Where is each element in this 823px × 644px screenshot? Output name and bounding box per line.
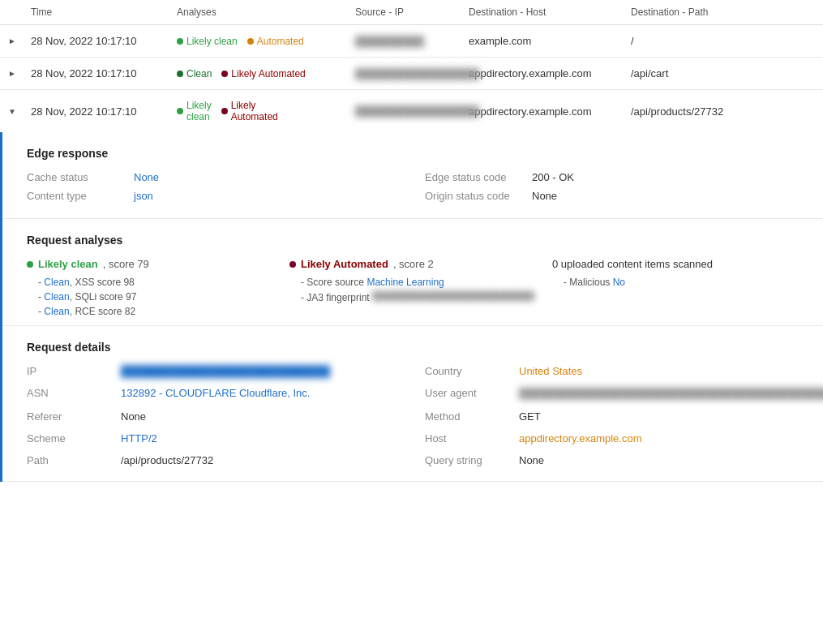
ip-cell-row2: ██████████████████ [349,68,462,79]
ip-cell-row1: ██████████ [349,36,462,47]
edge-status-code-value: 200 - OK [532,171,574,183]
analysis-col-1: Likely clean , score 79 - Clean, XSS sco… [27,258,281,317]
country-row: Country United States [425,365,807,377]
main-table: Time Analyses Source - IP Destination - … [0,0,823,482]
ip-label: IP [27,365,108,377]
dot-automated-row1 [247,38,254,45]
ja3-row: - JA3 fingerprint ██████████████████████… [289,291,544,303]
likely-clean-score: , score 79 [103,258,149,270]
badge-automated-row1: Automated [247,36,304,47]
expand-button-row2[interactable]: ► [0,69,24,78]
analysis-col-2: Likely Automated , score 2 - Score sourc… [289,258,544,317]
origin-status-code-row: Origin status code None [425,190,807,202]
badge-likely-automated-row3: LikelyAutomated [221,100,278,122]
request-analyses-title: Request analyses [27,234,807,247]
cache-status-row: Cache status None [27,171,409,183]
path-cell-row1: / [624,35,823,47]
origin-status-code-label: Origin status code [425,190,522,202]
host-row: Host appdirectory.example.com [425,432,807,444]
label-likely-clean-row1: Likely clean [186,36,238,47]
likely-automated-score: , score 2 [393,258,434,270]
method-label: Method [425,410,506,423]
host-label: Host [425,432,506,444]
cache-status-value: None [134,171,159,183]
uploaded-items-row: 0 uploaded content items scanned [552,258,807,270]
path-cell-row3: /api/products/27732 [624,105,823,118]
request-details-grid: IP ████████████████████████████ Country … [27,365,807,466]
dot-likely-clean-row1 [177,38,183,45]
analyses-cell-row1: Likely clean Automated [170,36,349,47]
query-string-row: Query string None [425,454,807,466]
dot-likely-automated-row2 [221,71,228,77]
analysis-col-3: 0 uploaded content items scanned - Malic… [552,258,807,317]
edge-status-code-row: Edge status code 200 - OK [425,171,807,183]
dot-likely-clean-row3 [177,108,183,114]
path-value: /api/products/27732 [121,454,213,466]
expand-button-row1[interactable]: ► [0,36,24,45]
asn-value: 132892 - CLOUDFLARE Cloudflare, Inc. [121,387,310,401]
host-cell-row2: appdirectory.example.com [462,67,624,79]
clean-sqli-row: - Clean, SQLi score 97 [27,291,281,303]
header-dest-path: Destination - Path [624,6,823,18]
scheme-row: Scheme HTTP/2 [27,432,409,444]
host-value: appdirectory.example.com [519,432,642,444]
analyses-grid: Likely clean , score 79 - Clean, XSS sco… [27,258,807,317]
request-analyses-section: Request analyses Likely clean , score 79… [2,219,823,326]
analyses-cell-row3: Likelyclean LikelyAutomated [170,100,349,122]
clean-xss-row: - Clean, XSS score 98 [27,277,281,288]
ip-value: ████████████████████████████ [121,365,330,377]
likely-clean-main: Likely clean , score 79 [27,258,281,270]
query-string-value: None [519,454,544,466]
malicious-row: - Malicious No [552,277,807,288]
expand-button-row3[interactable]: ▼ [0,107,24,116]
origin-status-code-value: None [532,190,557,202]
dot-likely-automated-analysis [289,261,296,268]
likely-automated-main: Likely Automated , score 2 [289,258,544,270]
label-likely-clean-row3: Likelyclean [186,100,212,122]
host-cell-row3: appdirectory.example.com [462,105,624,118]
time-cell-row3: 28 Nov, 2022 10:17:10 [24,105,170,118]
country-value: United States [519,365,582,377]
method-value: GET [519,410,541,423]
content-type-value: json [134,190,153,202]
edge-response-grid: Cache status None Edge status code 200 -… [27,171,807,202]
method-row: Method GET [425,410,807,423]
referer-value: None [121,410,146,423]
user-agent-row: User agent █████████████████████████████… [425,387,807,401]
path-label: Path [27,454,108,466]
label-clean-row2: Clean [186,68,212,79]
content-type-label: Content type [27,190,124,202]
path-cell-row2: /api/cart [624,67,823,79]
query-string-label: Query string [425,454,506,466]
scheme-label: Scheme [27,432,108,444]
label-likely-automated-row3: LikelyAutomated [231,100,278,122]
clean-rce-row: - Clean, RCE score 82 [27,306,281,317]
expanded-detail-panel: Edge response Cache status None Edge sta… [0,132,823,482]
analyses-cell-row2: Clean Likely Automated [170,68,349,79]
time-cell-row1: 28 Nov, 2022 10:17:10 [24,35,170,47]
edge-status-code-label: Edge status code [425,171,522,183]
ip-cell-row3: ██████████████████ [349,105,462,117]
asn-label: ASN [27,387,108,401]
time-cell-row2: 28 Nov, 2022 10:17:10 [24,67,170,79]
request-details-section: Request details IP █████████████████████… [2,326,823,482]
likely-clean-label-analysis: Likely clean [38,258,98,270]
badge-clean-row2: Clean [177,68,212,79]
header-expand [0,6,24,18]
scheme-value: HTTP/2 [121,432,157,444]
dot-likely-automated-row3 [221,108,228,114]
header-analyses: Analyses [170,6,349,18]
dot-clean-row2 [177,71,183,77]
edge-response-title: Edge response [27,147,807,160]
ip-row: IP ████████████████████████████ [27,365,409,377]
path-row: Path /api/products/27732 [27,454,409,466]
header-source-ip: Source - IP [349,6,462,18]
table-row: ▼ 28 Nov, 2022 10:17:10 Likelyclean Like… [0,90,823,132]
badge-likely-clean-row1: Likely clean [177,36,238,47]
badge-likely-automated-row2: Likely Automated [221,68,305,79]
content-type-row: Content type json [27,190,409,202]
label-likely-automated-row2: Likely Automated [231,68,305,79]
badge-likely-clean-row3: Likelyclean [177,100,212,122]
country-label: Country [425,365,506,377]
user-agent-label: User agent [425,387,506,401]
